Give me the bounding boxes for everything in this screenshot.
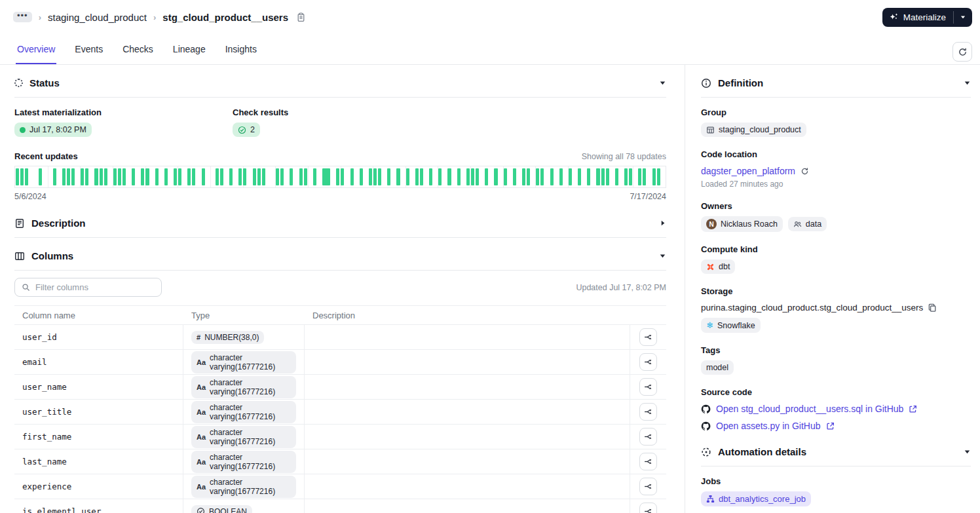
materialization-tick[interactable] bbox=[229, 168, 233, 185]
breadcrumb-parent-link[interactable]: staging_cloud_product bbox=[48, 12, 147, 23]
materialization-tick[interactable] bbox=[466, 168, 470, 185]
materialization-tick[interactable] bbox=[280, 168, 284, 185]
view-column-lineage-button[interactable] bbox=[639, 503, 657, 513]
materialization-tick[interactable] bbox=[25, 168, 28, 185]
materialization-tick[interactable] bbox=[327, 168, 330, 185]
materialization-tick[interactable] bbox=[174, 168, 177, 185]
materialization-tick[interactable] bbox=[471, 168, 474, 185]
materialization-tick[interactable] bbox=[276, 168, 279, 185]
materialization-tick[interactable] bbox=[587, 168, 590, 185]
check-results-pill[interactable]: 2 bbox=[233, 123, 260, 137]
materialization-tick[interactable] bbox=[559, 168, 563, 185]
materialization-tick[interactable] bbox=[71, 168, 75, 185]
materialization-tick[interactable] bbox=[536, 168, 539, 185]
filter-columns-input[interactable] bbox=[34, 282, 155, 293]
filter-columns-field[interactable] bbox=[14, 278, 162, 297]
materialization-tick[interactable] bbox=[313, 168, 316, 185]
materialization-tick[interactable] bbox=[578, 168, 581, 185]
materialization-tick[interactable] bbox=[596, 168, 599, 185]
materialization-tick[interactable] bbox=[527, 168, 530, 185]
copy-storage-path-icon[interactable] bbox=[928, 303, 937, 313]
materialization-tick[interactable] bbox=[540, 168, 544, 185]
code-location-link[interactable]: dagster_open_platform bbox=[701, 166, 795, 176]
status-section-header[interactable]: Status bbox=[14, 65, 666, 97]
materialization-tick[interactable] bbox=[100, 168, 103, 185]
columns-section-header[interactable]: Columns bbox=[14, 238, 666, 270]
materialization-tick[interactable] bbox=[299, 168, 303, 185]
chevron-down-icon[interactable] bbox=[659, 252, 666, 259]
copy-asset-name-icon[interactable] bbox=[296, 12, 306, 22]
chevron-down-icon[interactable] bbox=[964, 448, 971, 455]
materialization-tick[interactable] bbox=[262, 168, 265, 185]
materialization-tick[interactable] bbox=[438, 168, 442, 185]
materialization-tick[interactable] bbox=[396, 168, 400, 185]
materialization-tick[interactable] bbox=[494, 168, 497, 185]
materialization-tick[interactable] bbox=[638, 168, 641, 185]
materialization-tick[interactable] bbox=[341, 168, 344, 185]
materialization-tick[interactable] bbox=[67, 168, 70, 185]
materialization-tick[interactable] bbox=[155, 168, 159, 185]
tab-lineage[interactable]: Lineage bbox=[172, 36, 207, 64]
compute-kind-pill[interactable]: dbt bbox=[701, 259, 735, 274]
tab-insights[interactable]: Insights bbox=[224, 36, 258, 64]
materialization-tick[interactable] bbox=[304, 168, 307, 185]
definition-section-header[interactable]: Definition bbox=[701, 65, 971, 97]
materialization-tick[interactable] bbox=[406, 168, 409, 185]
materialization-tick[interactable] bbox=[178, 168, 181, 185]
materialization-tick[interactable] bbox=[447, 168, 451, 185]
materialization-tick[interactable] bbox=[164, 168, 168, 185]
materialization-tick[interactable] bbox=[643, 168, 646, 185]
materialization-tick[interactable] bbox=[360, 168, 363, 185]
materialization-tick[interactable] bbox=[145, 168, 149, 185]
materialization-tick[interactable] bbox=[350, 168, 354, 185]
materialization-tick[interactable] bbox=[624, 168, 628, 185]
materialization-tick[interactable] bbox=[53, 168, 56, 185]
materialization-tick[interactable] bbox=[192, 168, 195, 185]
materialization-tick[interactable] bbox=[202, 168, 205, 185]
materialization-tick[interactable] bbox=[62, 168, 66, 185]
materialization-tick[interactable] bbox=[336, 168, 339, 185]
materialization-tick[interactable] bbox=[290, 168, 293, 185]
tab-checks[interactable]: Checks bbox=[121, 36, 155, 64]
view-column-lineage-button[interactable] bbox=[639, 403, 657, 421]
materialization-tick[interactable] bbox=[550, 168, 554, 185]
materialization-tick[interactable] bbox=[118, 168, 121, 185]
refresh-button[interactable] bbox=[952, 42, 972, 62]
chevron-down-icon[interactable] bbox=[659, 79, 666, 86]
chevron-down-icon[interactable] bbox=[964, 79, 971, 86]
view-column-lineage-button[interactable] bbox=[639, 353, 657, 371]
materialization-tick[interactable] bbox=[569, 168, 572, 185]
materialization-tick[interactable] bbox=[606, 168, 609, 185]
view-column-lineage-button[interactable] bbox=[639, 453, 657, 470]
materialization-tick[interactable] bbox=[629, 168, 632, 185]
materialization-tick[interactable] bbox=[657, 168, 660, 185]
tab-overview[interactable]: Overview bbox=[16, 36, 56, 64]
materialization-tick[interactable] bbox=[504, 168, 507, 185]
materialization-tick[interactable] bbox=[238, 168, 242, 185]
materialization-tick[interactable] bbox=[485, 168, 488, 185]
materialization-tick[interactable] bbox=[513, 168, 516, 185]
materialization-tick[interactable] bbox=[243, 168, 246, 185]
materialization-tick[interactable] bbox=[369, 168, 372, 185]
materialization-tick[interactable] bbox=[415, 168, 419, 185]
latest-materialization-pill[interactable]: Jul 17, 8:02 PM bbox=[14, 123, 92, 137]
materialization-tick[interactable] bbox=[113, 168, 117, 185]
materialization-tick[interactable] bbox=[457, 168, 461, 185]
owner-user-pill[interactable]: N Nicklaus Roach bbox=[701, 216, 783, 232]
materialization-tick[interactable] bbox=[387, 168, 390, 185]
materialization-tick[interactable] bbox=[615, 168, 618, 185]
github-source-link[interactable]: Open assets.py in GitHub bbox=[716, 421, 821, 431]
reload-code-location-icon[interactable] bbox=[801, 167, 809, 176]
materialization-tick[interactable] bbox=[429, 168, 432, 185]
automation-section-header[interactable]: Automation details bbox=[701, 431, 971, 466]
materialization-tick[interactable] bbox=[522, 168, 525, 185]
materialization-tick[interactable] bbox=[257, 168, 261, 185]
materialization-tick[interactable] bbox=[253, 168, 256, 185]
materialization-tick[interactable] bbox=[141, 168, 144, 185]
materialization-tick[interactable] bbox=[39, 168, 42, 185]
materialization-tick[interactable] bbox=[378, 168, 381, 185]
materialization-tick[interactable] bbox=[16, 168, 19, 185]
materialization-tick[interactable] bbox=[94, 168, 98, 185]
materialization-tick[interactable] bbox=[652, 168, 656, 185]
materialization-tick[interactable] bbox=[132, 168, 135, 185]
